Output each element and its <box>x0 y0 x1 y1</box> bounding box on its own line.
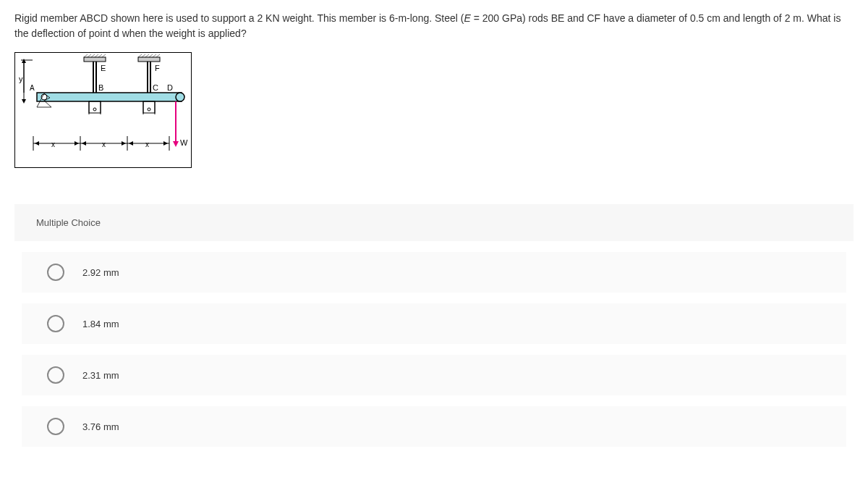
label-D: D <box>167 83 173 92</box>
options-container: 2.92 mm 1.84 mm 2.31 mm 3.76 mm <box>14 252 854 447</box>
svg-marker-19 <box>22 59 26 63</box>
svg-line-3 <box>95 54 98 57</box>
svg-point-13 <box>93 108 96 111</box>
support-F-ceiling <box>138 57 160 62</box>
label-x2: x <box>102 140 106 148</box>
diagram-svg: y A E F B C D W x x x <box>15 53 191 167</box>
end-D <box>176 93 184 101</box>
radio-circle-icon <box>47 264 64 281</box>
support-E-ceiling <box>84 57 106 62</box>
svg-marker-31 <box>82 141 86 146</box>
svg-marker-28 <box>75 141 79 146</box>
svg-line-10 <box>153 54 156 57</box>
label-C: C <box>153 83 158 92</box>
question-italic-var: E <box>464 12 470 24</box>
label-x1: x <box>51 140 55 148</box>
svg-marker-27 <box>35 141 39 146</box>
option-row-1[interactable]: 1.84 mm <box>22 303 846 344</box>
question-text: Rigid member ABCD shown here is used to … <box>14 11 854 41</box>
label-A: A <box>30 84 35 92</box>
label-E: E <box>101 64 106 72</box>
svg-marker-32 <box>122 141 126 146</box>
question-type-label: Multiple Choice <box>14 204 854 241</box>
svg-line-1 <box>88 54 91 57</box>
svg-line-11 <box>156 54 160 57</box>
option-label-0: 2.92 mm <box>82 267 119 278</box>
svg-marker-35 <box>129 141 133 146</box>
radio-circle-icon <box>47 315 64 332</box>
label-W: W <box>180 138 188 147</box>
option-label-2: 2.31 mm <box>82 370 119 381</box>
label-F: F <box>155 64 160 72</box>
svg-marker-22 <box>22 99 26 104</box>
option-row-3[interactable]: 3.76 mm <box>22 406 846 447</box>
option-row-2[interactable]: 2.31 mm <box>22 355 846 395</box>
svg-point-16 <box>148 108 150 111</box>
radio-circle-icon <box>47 366 64 384</box>
clevis-B <box>89 101 101 113</box>
option-row-0[interactable]: 2.92 mm <box>22 252 846 293</box>
svg-line-7 <box>142 54 145 57</box>
problem-diagram: y A E F B C D W x x x <box>14 52 192 168</box>
svg-line-5 <box>102 54 106 57</box>
label-x3: x <box>145 140 149 148</box>
label-B: B <box>98 83 103 92</box>
svg-line-8 <box>145 54 149 57</box>
svg-line-4 <box>98 54 102 57</box>
svg-line-9 <box>149 54 153 57</box>
label-y: y <box>19 75 23 83</box>
svg-marker-23 <box>173 141 179 147</box>
svg-line-0 <box>84 54 88 57</box>
question-text-before: Rigid member ABCD shown here is used to … <box>14 12 464 24</box>
clevis-C <box>143 101 155 113</box>
svg-line-2 <box>91 54 95 57</box>
option-label-1: 1.84 mm <box>82 319 119 329</box>
option-label-3: 3.76 mm <box>82 421 119 432</box>
member-ABCD <box>37 93 182 101</box>
radio-circle-icon <box>47 418 64 435</box>
svg-line-6 <box>138 54 142 57</box>
svg-marker-36 <box>163 141 168 146</box>
